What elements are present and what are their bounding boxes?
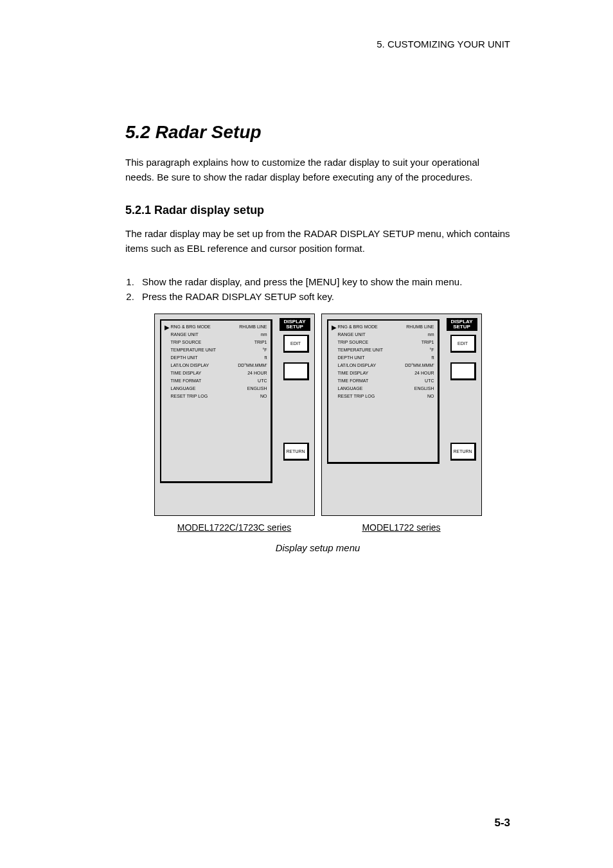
intro-paragraph: This paragraph explains how to customize… bbox=[125, 155, 510, 184]
menu-value: °F bbox=[429, 348, 434, 352]
softkey-edit[interactable]: EDIT bbox=[283, 335, 309, 353]
menu-item: TIME FORMAT bbox=[338, 378, 369, 383]
menu-box: ▶ RNG & BRG MODE RHUMB LINE RANGE UNIT n… bbox=[160, 319, 272, 483]
panel-title: DISPLAY SETUP bbox=[447, 318, 477, 331]
section-title-text: Radar Setup bbox=[155, 122, 262, 142]
diagram-panel-right: DISPLAY SETUP ▶ RNG & BRG MODE RHUMB LIN… bbox=[321, 314, 482, 533]
softkey-edit[interactable]: EDIT bbox=[450, 335, 476, 353]
subsection-title: 5.2.1 Radar display setup bbox=[125, 204, 510, 217]
menu-value: DD°MM.MMM' bbox=[405, 363, 434, 368]
menu-item: LAT/LON DISPLAY bbox=[171, 363, 209, 368]
subsection-paragraph: The radar display may be set up from the… bbox=[125, 227, 510, 256]
menu-item: RNG & BRG MODE bbox=[171, 324, 211, 329]
figure-caption: Display setup menu bbox=[125, 542, 510, 553]
step-item: Show the radar display, and press the [M… bbox=[137, 275, 510, 290]
menu-item: RESET TRIP LOG bbox=[338, 394, 375, 398]
menu-value: TRIP1 bbox=[254, 340, 267, 344]
menu-value: nm bbox=[261, 332, 267, 337]
menu-value: DD°MM.MMM' bbox=[238, 363, 267, 368]
menu-item: LANGUAGE bbox=[338, 386, 363, 391]
menu-value: ft bbox=[432, 355, 434, 360]
menu-arrow-icon: ▶ bbox=[164, 324, 170, 331]
menu-item: TIME DISPLAY bbox=[171, 371, 202, 375]
softkey-blank[interactable] bbox=[283, 362, 309, 380]
diagram-container: DISPLAY SETUP ▶ RNG & BRG MODE RHUMB LIN… bbox=[125, 314, 510, 533]
menu-item: TEMPERATURE UNIT bbox=[338, 348, 384, 352]
menu-item: DEPTH UNIT bbox=[171, 355, 198, 360]
step-list: Show the radar display, and press the [M… bbox=[125, 275, 510, 304]
menu-value: UTC bbox=[258, 378, 267, 383]
page-header: 5. CUSTOMIZING YOUR UNIT bbox=[377, 39, 510, 49]
menu-item: RNG & BRG MODE bbox=[338, 324, 378, 329]
subsection-number: 5.2.1 bbox=[125, 204, 151, 217]
menu-item: TEMPERATURE UNIT bbox=[171, 348, 217, 352]
menu-value: °F bbox=[262, 348, 267, 352]
menu-item: TIME DISPLAY bbox=[338, 371, 369, 375]
menu-item: TRIP SOURCE bbox=[338, 340, 369, 344]
menu-value: TRIP1 bbox=[422, 340, 434, 344]
page-number: 5-3 bbox=[494, 817, 510, 829]
menu-item: DEPTH UNIT bbox=[338, 355, 365, 360]
menu-value: ENGLISH bbox=[247, 386, 267, 391]
content-area: 5.2 Radar Setup This paragraph explains … bbox=[125, 122, 510, 553]
menu-item: LANGUAGE bbox=[171, 386, 196, 391]
step-item: Press the RADAR DISPLAY SETUP soft key. bbox=[137, 290, 510, 305]
menu-value: NO bbox=[427, 394, 434, 398]
menu-item: TRIP SOURCE bbox=[171, 340, 202, 344]
section-number: 5.2 bbox=[125, 122, 150, 142]
panel-caption: MODEL1722 series bbox=[321, 522, 482, 533]
menu-value: RHUMB LINE bbox=[239, 324, 267, 329]
menu-value: ENGLISH bbox=[414, 386, 434, 391]
panel-title: DISPLAY SETUP bbox=[280, 318, 310, 331]
menu-arrow-icon: ▶ bbox=[332, 324, 337, 331]
menu-value: ft bbox=[265, 355, 267, 360]
softkey-return[interactable]: RETURN bbox=[450, 443, 476, 461]
diagram-panel-left: DISPLAY SETUP ▶ RNG & BRG MODE RHUMB LIN… bbox=[154, 314, 315, 533]
menu-item: RANGE UNIT bbox=[338, 332, 366, 337]
screen-box: DISPLAY SETUP ▶ RNG & BRG MODE RHUMB LIN… bbox=[154, 314, 315, 516]
menu-value: 24 HOUR bbox=[247, 371, 267, 375]
softkey-blank[interactable] bbox=[450, 362, 476, 380]
menu-box: ▶ RNG & BRG MODE RHUMB LINE RANGE UNIT n… bbox=[327, 319, 440, 464]
menu-value: 24 HOUR bbox=[414, 371, 434, 375]
menu-value: UTC bbox=[425, 378, 434, 383]
menu-item: TIME FORMAT bbox=[171, 378, 202, 383]
subsection-title-text: Radar display setup bbox=[154, 204, 264, 217]
menu-value: RHUMB LINE bbox=[406, 324, 434, 329]
menu-item: LAT/LON DISPLAY bbox=[338, 363, 377, 368]
menu-item: RESET TRIP LOG bbox=[171, 394, 208, 398]
menu-item: RANGE UNIT bbox=[171, 332, 199, 337]
menu-value: nm bbox=[428, 332, 434, 337]
softkey-return[interactable]: RETURN bbox=[283, 443, 309, 461]
panel-caption: MODEL1722C/1723C series bbox=[154, 522, 315, 533]
section-title: 5.2 Radar Setup bbox=[125, 122, 510, 143]
menu-value: NO bbox=[260, 394, 267, 398]
screen-box: DISPLAY SETUP ▶ RNG & BRG MODE RHUMB LIN… bbox=[321, 314, 482, 516]
